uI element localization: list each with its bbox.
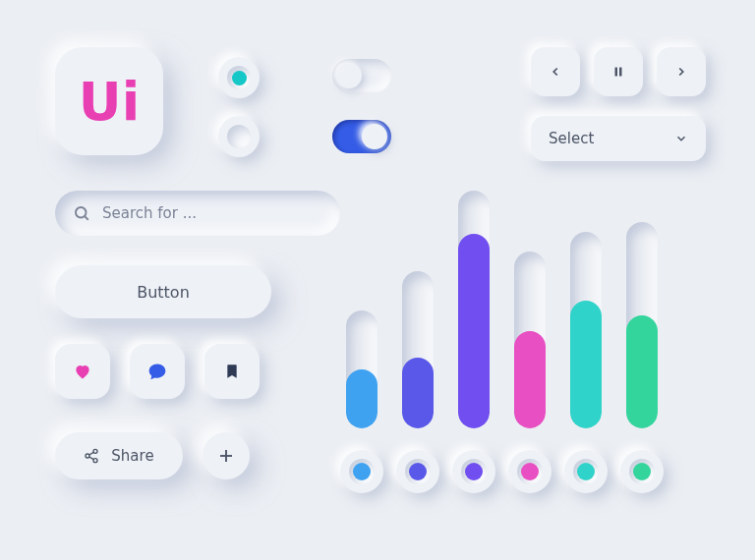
button-label: Button bbox=[137, 283, 190, 302]
dot-fill-icon bbox=[465, 463, 483, 480]
chevron-right-icon bbox=[674, 65, 688, 79]
radio-filled[interactable] bbox=[218, 57, 260, 98]
share-button[interactable]: Share bbox=[55, 432, 183, 479]
color-dot-teal[interactable] bbox=[564, 450, 608, 493]
search-icon bbox=[73, 204, 90, 222]
select-dropdown[interactable]: Select bbox=[531, 116, 706, 161]
bar-fill bbox=[626, 315, 658, 429]
bookmark-tile[interactable] bbox=[204, 344, 260, 399]
share-label: Share bbox=[111, 447, 153, 465]
pause-icon bbox=[612, 65, 624, 79]
toggle-off[interactable] bbox=[332, 59, 391, 92]
bar-slider-indigo[interactable] bbox=[402, 271, 434, 428]
chat-tile[interactable] bbox=[130, 344, 185, 399]
chevron-down-icon bbox=[674, 132, 688, 145]
color-dots bbox=[340, 450, 664, 493]
next-button[interactable] bbox=[657, 47, 706, 96]
bar-slider-green[interactable] bbox=[626, 222, 658, 428]
bar-fill bbox=[458, 234, 490, 428]
bar-fill bbox=[514, 331, 546, 428]
primary-button[interactable]: Button bbox=[55, 265, 271, 318]
icon-tiles bbox=[55, 344, 260, 399]
add-button[interactable] bbox=[203, 432, 250, 479]
color-dot-magenta[interactable] bbox=[508, 450, 552, 493]
bar-slider-teal[interactable] bbox=[570, 232, 602, 428]
color-dot-indigo[interactable] bbox=[396, 450, 439, 493]
toggle-knob bbox=[362, 124, 387, 149]
bar-slider-magenta[interactable] bbox=[514, 252, 546, 428]
svg-line-7 bbox=[89, 452, 94, 455]
radio-empty[interactable] bbox=[218, 116, 260, 157]
share-icon bbox=[84, 448, 99, 464]
toggle-knob bbox=[336, 63, 362, 88]
bar-fill bbox=[570, 301, 602, 428]
bar-chart bbox=[346, 191, 658, 428]
dot-fill-icon bbox=[353, 463, 371, 480]
pause-button[interactable] bbox=[594, 47, 643, 96]
svg-line-3 bbox=[85, 216, 87, 219]
chat-icon bbox=[147, 362, 167, 381]
toggle-on[interactable] bbox=[332, 120, 391, 153]
bar-fill bbox=[402, 358, 434, 428]
bar-fill bbox=[346, 369, 378, 428]
svg-rect-0 bbox=[615, 68, 618, 77]
dot-fill-icon bbox=[409, 463, 427, 480]
search-input[interactable]: Search for ... bbox=[55, 191, 340, 236]
svg-point-2 bbox=[76, 207, 87, 218]
svg-point-6 bbox=[93, 459, 97, 463]
dot-fill-icon bbox=[633, 463, 651, 480]
prev-button[interactable] bbox=[531, 47, 580, 96]
svg-point-5 bbox=[86, 454, 89, 458]
radio-dot-icon bbox=[232, 71, 247, 85]
bar-slider-violet[interactable] bbox=[458, 191, 490, 428]
heart-tile[interactable] bbox=[55, 344, 110, 399]
svg-point-4 bbox=[93, 449, 97, 453]
svg-line-8 bbox=[89, 457, 94, 460]
select-label: Select bbox=[549, 130, 594, 147]
media-controls bbox=[531, 47, 706, 96]
dot-fill-icon bbox=[577, 463, 595, 480]
color-dot-violet[interactable] bbox=[452, 450, 495, 493]
color-dot-sky[interactable] bbox=[340, 450, 383, 493]
plus-icon bbox=[217, 447, 235, 465]
chevron-left-icon bbox=[549, 65, 562, 79]
bar-slider-sky[interactable] bbox=[346, 310, 378, 428]
logo-tile: Ui bbox=[55, 47, 163, 155]
bookmark-icon bbox=[224, 362, 240, 381]
logo-text: Ui bbox=[79, 71, 140, 133]
heart-icon bbox=[73, 362, 92, 381]
search-placeholder: Search for ... bbox=[102, 204, 197, 222]
dot-fill-icon bbox=[521, 463, 539, 480]
color-dot-green[interactable] bbox=[620, 450, 664, 493]
svg-rect-1 bbox=[619, 68, 622, 77]
